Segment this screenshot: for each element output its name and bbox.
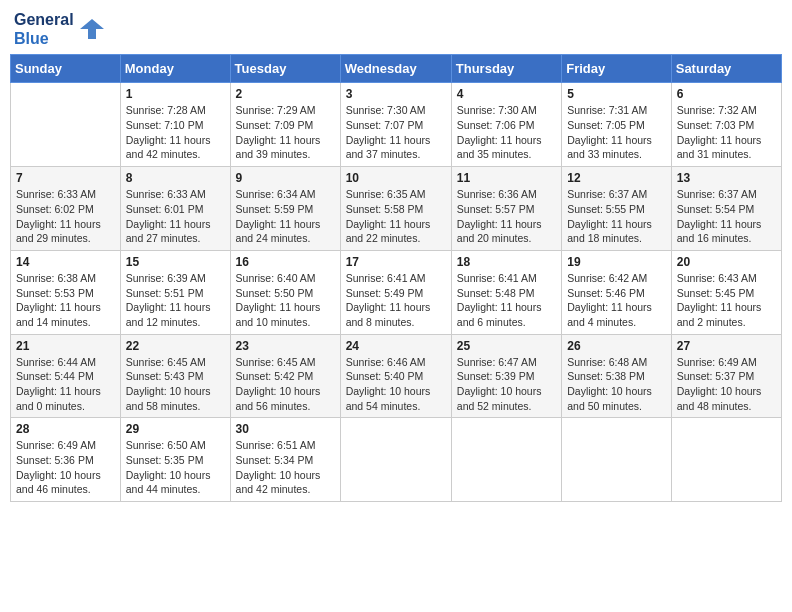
day-number: 1: [126, 87, 225, 101]
day-of-week-header: Thursday: [451, 55, 561, 83]
day-number: 23: [236, 339, 335, 353]
calendar-week-row: 1Sunrise: 7:28 AMSunset: 7:10 PMDaylight…: [11, 83, 782, 167]
day-info: Sunrise: 6:44 AMSunset: 5:44 PMDaylight:…: [16, 355, 115, 414]
day-number: 15: [126, 255, 225, 269]
calendar-cell: 19Sunrise: 6:42 AMSunset: 5:46 PMDayligh…: [562, 250, 672, 334]
day-number: 9: [236, 171, 335, 185]
calendar-cell: 20Sunrise: 6:43 AMSunset: 5:45 PMDayligh…: [671, 250, 781, 334]
day-number: 7: [16, 171, 115, 185]
page-header: GeneralBlue: [10, 10, 782, 48]
day-number: 17: [346, 255, 446, 269]
day-info: Sunrise: 6:47 AMSunset: 5:39 PMDaylight:…: [457, 355, 556, 414]
day-info: Sunrise: 6:37 AMSunset: 5:54 PMDaylight:…: [677, 187, 776, 246]
day-info: Sunrise: 7:30 AMSunset: 7:07 PMDaylight:…: [346, 103, 446, 162]
calendar-week-row: 7Sunrise: 6:33 AMSunset: 6:02 PMDaylight…: [11, 167, 782, 251]
svg-marker-0: [80, 19, 104, 39]
logo-bird-icon: [78, 15, 106, 43]
calendar-cell: 8Sunrise: 6:33 AMSunset: 6:01 PMDaylight…: [120, 167, 230, 251]
day-of-week-header: Wednesday: [340, 55, 451, 83]
day-info: Sunrise: 6:46 AMSunset: 5:40 PMDaylight:…: [346, 355, 446, 414]
calendar-table: SundayMondayTuesdayWednesdayThursdayFrid…: [10, 54, 782, 502]
calendar-cell: 16Sunrise: 6:40 AMSunset: 5:50 PMDayligh…: [230, 250, 340, 334]
day-number: 28: [16, 422, 115, 436]
calendar-cell: 15Sunrise: 6:39 AMSunset: 5:51 PMDayligh…: [120, 250, 230, 334]
day-info: Sunrise: 6:35 AMSunset: 5:58 PMDaylight:…: [346, 187, 446, 246]
day-info: Sunrise: 7:30 AMSunset: 7:06 PMDaylight:…: [457, 103, 556, 162]
logo-text: GeneralBlue: [14, 10, 74, 48]
day-info: Sunrise: 6:45 AMSunset: 5:43 PMDaylight:…: [126, 355, 225, 414]
calendar-cell: 6Sunrise: 7:32 AMSunset: 7:03 PMDaylight…: [671, 83, 781, 167]
day-info: Sunrise: 7:31 AMSunset: 7:05 PMDaylight:…: [567, 103, 666, 162]
day-number: 21: [16, 339, 115, 353]
day-of-week-header: Monday: [120, 55, 230, 83]
day-info: Sunrise: 7:29 AMSunset: 7:09 PMDaylight:…: [236, 103, 335, 162]
calendar-week-row: 14Sunrise: 6:38 AMSunset: 5:53 PMDayligh…: [11, 250, 782, 334]
calendar-cell: 4Sunrise: 7:30 AMSunset: 7:06 PMDaylight…: [451, 83, 561, 167]
day-number: 3: [346, 87, 446, 101]
calendar-cell: 10Sunrise: 6:35 AMSunset: 5:58 PMDayligh…: [340, 167, 451, 251]
day-info: Sunrise: 6:40 AMSunset: 5:50 PMDaylight:…: [236, 271, 335, 330]
day-of-week-header: Sunday: [11, 55, 121, 83]
day-info: Sunrise: 6:33 AMSunset: 6:02 PMDaylight:…: [16, 187, 115, 246]
calendar-week-row: 21Sunrise: 6:44 AMSunset: 5:44 PMDayligh…: [11, 334, 782, 418]
day-number: 24: [346, 339, 446, 353]
calendar-cell: 13Sunrise: 6:37 AMSunset: 5:54 PMDayligh…: [671, 167, 781, 251]
calendar-cell: 9Sunrise: 6:34 AMSunset: 5:59 PMDaylight…: [230, 167, 340, 251]
day-info: Sunrise: 6:42 AMSunset: 5:46 PMDaylight:…: [567, 271, 666, 330]
calendar-cell: 24Sunrise: 6:46 AMSunset: 5:40 PMDayligh…: [340, 334, 451, 418]
day-number: 6: [677, 87, 776, 101]
day-number: 16: [236, 255, 335, 269]
calendar-cell: 25Sunrise: 6:47 AMSunset: 5:39 PMDayligh…: [451, 334, 561, 418]
calendar-cell: 14Sunrise: 6:38 AMSunset: 5:53 PMDayligh…: [11, 250, 121, 334]
day-number: 20: [677, 255, 776, 269]
day-number: 13: [677, 171, 776, 185]
day-number: 29: [126, 422, 225, 436]
day-number: 12: [567, 171, 666, 185]
calendar-cell: 1Sunrise: 7:28 AMSunset: 7:10 PMDaylight…: [120, 83, 230, 167]
day-info: Sunrise: 7:28 AMSunset: 7:10 PMDaylight:…: [126, 103, 225, 162]
day-number: 25: [457, 339, 556, 353]
day-number: 18: [457, 255, 556, 269]
day-info: Sunrise: 6:49 AMSunset: 5:36 PMDaylight:…: [16, 438, 115, 497]
day-info: Sunrise: 6:51 AMSunset: 5:34 PMDaylight:…: [236, 438, 335, 497]
day-of-week-header: Tuesday: [230, 55, 340, 83]
calendar-header-row: SundayMondayTuesdayWednesdayThursdayFrid…: [11, 55, 782, 83]
day-info: Sunrise: 6:39 AMSunset: 5:51 PMDaylight:…: [126, 271, 225, 330]
calendar-cell: 26Sunrise: 6:48 AMSunset: 5:38 PMDayligh…: [562, 334, 672, 418]
calendar-cell: [11, 83, 121, 167]
day-number: 8: [126, 171, 225, 185]
calendar-cell: 27Sunrise: 6:49 AMSunset: 5:37 PMDayligh…: [671, 334, 781, 418]
day-info: Sunrise: 6:36 AMSunset: 5:57 PMDaylight:…: [457, 187, 556, 246]
day-number: 11: [457, 171, 556, 185]
calendar-cell: 3Sunrise: 7:30 AMSunset: 7:07 PMDaylight…: [340, 83, 451, 167]
calendar-cell: 22Sunrise: 6:45 AMSunset: 5:43 PMDayligh…: [120, 334, 230, 418]
day-of-week-header: Saturday: [671, 55, 781, 83]
calendar-cell: [340, 418, 451, 502]
day-number: 22: [126, 339, 225, 353]
day-number: 19: [567, 255, 666, 269]
calendar-cell: [671, 418, 781, 502]
day-info: Sunrise: 6:48 AMSunset: 5:38 PMDaylight:…: [567, 355, 666, 414]
day-info: Sunrise: 6:41 AMSunset: 5:48 PMDaylight:…: [457, 271, 556, 330]
day-number: 10: [346, 171, 446, 185]
calendar-cell: [562, 418, 672, 502]
day-number: 27: [677, 339, 776, 353]
day-number: 30: [236, 422, 335, 436]
calendar-cell: 29Sunrise: 6:50 AMSunset: 5:35 PMDayligh…: [120, 418, 230, 502]
calendar-cell: 17Sunrise: 6:41 AMSunset: 5:49 PMDayligh…: [340, 250, 451, 334]
day-info: Sunrise: 6:43 AMSunset: 5:45 PMDaylight:…: [677, 271, 776, 330]
day-info: Sunrise: 6:37 AMSunset: 5:55 PMDaylight:…: [567, 187, 666, 246]
day-number: 26: [567, 339, 666, 353]
calendar-cell: 5Sunrise: 7:31 AMSunset: 7:05 PMDaylight…: [562, 83, 672, 167]
day-info: Sunrise: 7:32 AMSunset: 7:03 PMDaylight:…: [677, 103, 776, 162]
day-number: 14: [16, 255, 115, 269]
calendar-cell: 21Sunrise: 6:44 AMSunset: 5:44 PMDayligh…: [11, 334, 121, 418]
day-number: 2: [236, 87, 335, 101]
calendar-cell: 23Sunrise: 6:45 AMSunset: 5:42 PMDayligh…: [230, 334, 340, 418]
calendar-cell: 7Sunrise: 6:33 AMSunset: 6:02 PMDaylight…: [11, 167, 121, 251]
day-info: Sunrise: 6:33 AMSunset: 6:01 PMDaylight:…: [126, 187, 225, 246]
calendar-cell: [451, 418, 561, 502]
day-number: 5: [567, 87, 666, 101]
day-of-week-header: Friday: [562, 55, 672, 83]
day-info: Sunrise: 6:38 AMSunset: 5:53 PMDaylight:…: [16, 271, 115, 330]
